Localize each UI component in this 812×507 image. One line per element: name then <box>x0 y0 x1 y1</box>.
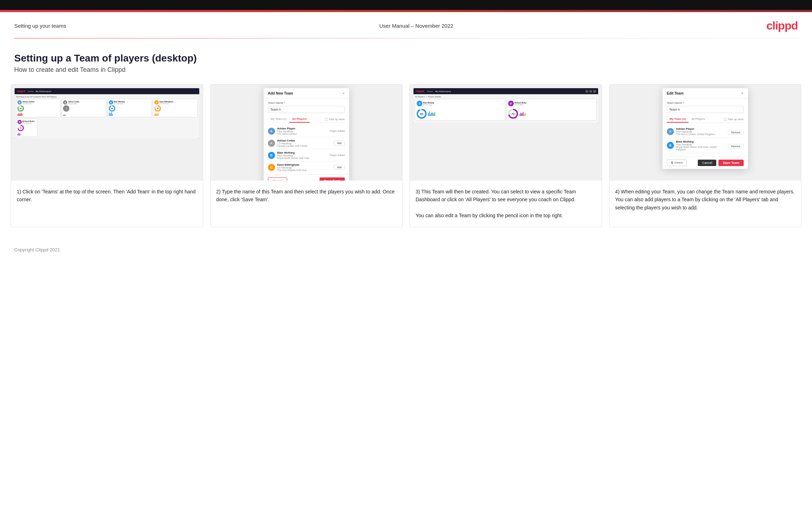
add-button-2[interactable]: Add <box>334 141 344 145</box>
dash2-avatar-rb: R <box>508 101 514 106</box>
edit-tab-all-players[interactable]: All Players <box>689 116 708 123</box>
page-title-main: Setting up a Team of players (desktop) <box>14 53 798 64</box>
dash-player-bm: B Blair McHarg Plus Handicap 94 <box>107 99 152 117</box>
dash-nav-links: Home My Performance <box>28 90 52 92</box>
card-1-screenshot: clippd Home My Performance Showing 8 out… <box>11 85 203 181</box>
header: Setting up your teams User Manual – Nove… <box>0 12 812 38</box>
edit-tab-my-team[interactable]: My Team (2) <box>667 116 689 123</box>
card-2: Add New Team × Team Name * My Team (2) A… <box>210 84 403 227</box>
dash-avatar-bm: B <box>109 100 113 105</box>
modal-player-detail-3: Plus HandicapRoyal North Devon Golf Club <box>277 154 328 159</box>
modal-player-info-4: Dave Billingham 3.5 HandicapThe Dog Magi… <box>277 163 332 171</box>
trash-icon: 🗑 <box>671 161 674 164</box>
page-title-area: Setting up a Team of players (desktop) H… <box>0 38 812 84</box>
edit-filter-checkbox[interactable] <box>724 118 727 121</box>
added-label-3: Player Added <box>330 154 345 156</box>
edit-modal-header: Edit Team × <box>663 88 748 98</box>
delete-button[interactable]: 🗑 Delete <box>667 159 687 166</box>
card-3-screenshot: clippd Teams My Performance All Players … <box>410 85 602 181</box>
modal-player-action-4[interactable]: Add <box>334 165 344 170</box>
dash2-score-bm: 94 <box>417 109 435 119</box>
edit-modal-tabs: My Team (2) All Players Filter by name <box>667 116 744 123</box>
modal-team-name-label: Team Name * <box>268 101 345 105</box>
cards-container: clippd Home My Performance Showing 8 out… <box>0 84 812 241</box>
filter-checkbox[interactable] <box>325 118 328 121</box>
top-bar <box>0 0 812 10</box>
dash2-icon-3 <box>593 90 596 93</box>
edit-save-team-button[interactable]: Save Team <box>718 160 743 166</box>
card-1: clippd Home My Performance Showing 8 out… <box>11 84 203 227</box>
modal-player-action-3: Player Added <box>330 154 345 156</box>
dash-players-row-1: A Adrian Collins Plus Handicap 84 <box>16 99 198 117</box>
edit-player-action-1[interactable]: Remove <box>728 128 744 135</box>
dash2-player-rb: R Richard Butler Plus Handicap 72 <box>506 99 597 121</box>
edit-cancel-button[interactable]: Cancel <box>698 160 716 166</box>
edit-player-info-2: Blair McHarg Plus HandicapRoyal North De… <box>676 140 726 151</box>
dash-nav: clippd Home My Performance <box>15 88 199 94</box>
cancel-button[interactable]: Cancel <box>268 177 287 181</box>
edit-player-action-2[interactable]: Remove <box>728 142 744 149</box>
dash-avatar-db: D <box>154 100 159 105</box>
card-4: Edit Team × Team Name * My Team (2) All … <box>609 84 802 227</box>
modal-close-icon[interactable]: × <box>342 91 344 95</box>
edit-player-detail-1: Plus HandicapThe Shire London, United Ki… <box>676 130 726 135</box>
modal-player-item-4: D Dave Billingham 3.5 HandicapThe Dog Ma… <box>268 161 345 171</box>
dash2-nav-perf: My Performance <box>435 90 451 92</box>
dash2-icon-1 <box>585 90 588 93</box>
edit-modal-footer: 🗑 Delete Cancel Save Team <box>663 156 748 169</box>
footer: Copyright Clippd 2021 <box>0 241 812 258</box>
dash2-logo: clippd <box>416 90 424 93</box>
modal-tabs: My Team (2) All Players Filter by name <box>268 116 345 123</box>
dash2-avatar-bm: B <box>417 101 422 106</box>
modal-player-action-2[interactable]: Add <box>334 141 344 145</box>
edit-modal-team-name-label: Team Name * <box>667 101 744 105</box>
card-1-text: 1) Click on 'Teams' at the top of the sc… <box>11 181 203 227</box>
modal-header: Add New Team × <box>264 88 349 98</box>
edit-modal-close-icon[interactable]: × <box>741 91 743 95</box>
modal-tab-my-team[interactable]: My Team (2) <box>268 116 289 123</box>
edit-player-detail-2: Plus HandicapRoyal North Devon Golf Club… <box>676 143 726 151</box>
edit-player-name-1: Adrian Player <box>676 127 726 130</box>
delete-label: Delete <box>675 161 683 164</box>
edit-modal-footer-left: 🗑 Delete <box>667 159 687 166</box>
modal-player-item-2: A Adrian Colba 1.5 HandicapCentral Londo… <box>268 137 345 149</box>
modal-player-name-4: Dave Billingham <box>277 163 332 166</box>
modal-player-item-3: B Blair McHarg Plus HandicapRoyal North … <box>268 149 345 161</box>
dash2-nav: clippd Teams My Performance <box>413 88 598 94</box>
edit-modal-team-name-input[interactable] <box>667 106 744 113</box>
added-label-1: Player Added <box>330 130 345 132</box>
modal-player-detail-2: 1.5 HandicapCentral London Golf Centre <box>277 142 332 147</box>
remove-button-1[interactable]: Remove <box>728 130 744 135</box>
score-ring-bm: 94 <box>417 109 427 119</box>
edit-player-item-2: B Blair McHarg Plus HandicapRoyal North … <box>667 138 744 153</box>
add-button-4[interactable]: Add <box>334 165 344 170</box>
save-team-button[interactable]: Save Team <box>320 177 344 181</box>
dash-logo: clippd <box>17 90 25 93</box>
modal-tab-all-players[interactable]: All Players <box>289 116 310 123</box>
dash-avatar-ac2: A <box>63 100 67 105</box>
modal-player-avatar-1: A <box>268 128 275 135</box>
dash2-nav-home: Teams <box>427 90 433 92</box>
modal-player-name-3: Blair McHarg <box>277 151 328 154</box>
header-logo: clippd <box>766 19 798 32</box>
add-team-modal: Add New Team × Team Name * My Team (2) A… <box>264 88 349 181</box>
dash-player-db: D Dave Billingham Plus Handicap 78 <box>153 99 197 117</box>
remove-button-2[interactable]: Remove <box>728 144 744 149</box>
dash-content-1: Showing 8 out of 5 players from All Play… <box>15 94 199 138</box>
dash2-icon-2 <box>589 90 592 93</box>
modal-player-avatar-2: A <box>268 140 275 147</box>
modal-footer: Cancel Save Team <box>264 174 349 181</box>
card-4-screenshot: Edit Team × Team Name * My Team (2) All … <box>610 85 801 181</box>
dash-avatar-ac: A <box>17 100 22 105</box>
card-3-text: 3) This Team will then be created. You c… <box>410 181 602 227</box>
modal-body: Team Name * My Team (2) All Players Filt… <box>264 98 349 174</box>
dashboard-mock-1: clippd Home My Performance Showing 8 out… <box>15 88 199 138</box>
dash2-content: All Players | Player Details B Blair McH… <box>413 94 598 123</box>
modal-team-name-input[interactable] <box>268 106 345 113</box>
nav-teams: My Performance <box>36 90 52 92</box>
nav-home: Home <box>28 90 34 92</box>
edit-player-item-1: A Adrian Player Plus HandicapThe Shire L… <box>667 125 744 138</box>
card-4-text: 4) When editing your Team, you can chang… <box>610 181 801 227</box>
dash-player-ac2: A Adrian Colba Player Quality 0 <box>62 99 106 117</box>
modal-player-avatar-4: D <box>268 164 275 171</box>
